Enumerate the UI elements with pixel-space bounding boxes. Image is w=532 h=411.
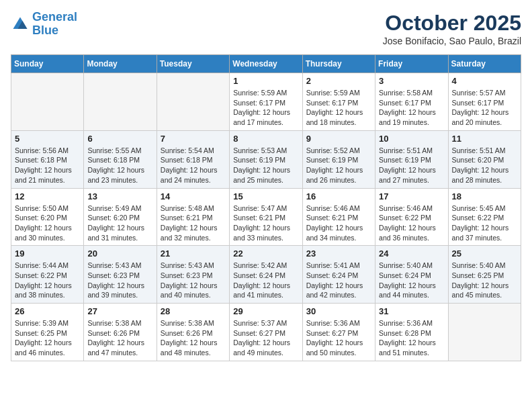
calendar-week-row: 26Sunrise: 5:39 AM Sunset: 6:25 PM Dayli…: [11, 304, 521, 361]
weekday-header: Tuesday: [157, 55, 229, 73]
day-info: Sunrise: 5:36 AM Sunset: 6:28 PM Dayligh…: [379, 318, 444, 358]
day-number: 3: [379, 76, 444, 86]
day-info: Sunrise: 5:55 AM Sunset: 6:18 PM Dayligh…: [87, 146, 152, 185]
calendar-cell: 25Sunrise: 5:40 AM Sunset: 6:25 PM Dayli…: [448, 246, 521, 304]
day-info: Sunrise: 5:38 AM Sunset: 6:26 PM Dayligh…: [87, 318, 152, 358]
day-info: Sunrise: 5:51 AM Sunset: 6:19 PM Dayligh…: [379, 146, 444, 185]
day-number: 9: [306, 134, 371, 144]
day-info: Sunrise: 5:59 AM Sunset: 6:17 PM Dayligh…: [306, 88, 371, 128]
day-info: Sunrise: 5:37 AM Sunset: 6:27 PM Dayligh…: [233, 318, 298, 358]
calendar-week-row: 5Sunrise: 5:56 AM Sunset: 6:18 PM Daylig…: [11, 130, 521, 188]
day-number: 22: [233, 248, 298, 259]
calendar-cell: 18Sunrise: 5:45 AM Sunset: 6:22 PM Dayli…: [448, 188, 521, 246]
calendar-cell: 27Sunrise: 5:38 AM Sunset: 6:26 PM Dayli…: [84, 304, 157, 361]
day-info: Sunrise: 5:42 AM Sunset: 6:24 PM Dayligh…: [233, 261, 298, 300]
weekday-header: Monday: [84, 55, 157, 73]
day-info: Sunrise: 5:58 AM Sunset: 6:17 PM Dayligh…: [379, 88, 444, 128]
day-info: Sunrise: 5:54 AM Sunset: 6:18 PM Dayligh…: [161, 146, 226, 185]
day-number: 25: [452, 248, 517, 259]
day-number: 20: [87, 248, 152, 259]
calendar-cell: 2Sunrise: 5:59 AM Sunset: 6:17 PM Daylig…: [302, 73, 375, 131]
day-info: Sunrise: 5:46 AM Sunset: 6:21 PM Dayligh…: [306, 203, 371, 243]
weekday-header: Friday: [375, 55, 448, 73]
day-number: 18: [452, 191, 517, 201]
day-number: 23: [306, 248, 371, 259]
weekday-header: Saturday: [448, 55, 521, 73]
calendar-cell: 22Sunrise: 5:42 AM Sunset: 6:24 PM Dayli…: [230, 246, 302, 304]
day-info: Sunrise: 5:57 AM Sunset: 6:17 PM Dayligh…: [452, 88, 517, 128]
location-subtitle: Jose Bonifacio, Sao Paulo, Brazil: [383, 36, 521, 46]
day-info: Sunrise: 5:47 AM Sunset: 6:21 PM Dayligh…: [233, 203, 298, 243]
calendar-cell: 24Sunrise: 5:40 AM Sunset: 6:24 PM Dayli…: [375, 246, 448, 304]
calendar-cell: 10Sunrise: 5:51 AM Sunset: 6:19 PM Dayli…: [375, 130, 448, 188]
calendar-cell: 29Sunrise: 5:37 AM Sunset: 6:27 PM Dayli…: [230, 304, 302, 361]
day-info: Sunrise: 5:46 AM Sunset: 6:22 PM Dayligh…: [379, 203, 444, 243]
weekday-header: Wednesday: [230, 55, 302, 73]
calendar-cell: 19Sunrise: 5:44 AM Sunset: 6:22 PM Dayli…: [11, 246, 84, 304]
logo: General Blue: [11, 11, 77, 38]
day-number: 4: [452, 76, 517, 86]
calendar-table: SundayMondayTuesdayWednesdayThursdayFrid…: [11, 54, 521, 361]
page-header: General Blue October 2025 Jose Bonifacio…: [11, 11, 521, 46]
weekday-header: Thursday: [302, 55, 375, 73]
calendar-cell: 21Sunrise: 5:43 AM Sunset: 6:23 PM Dayli…: [157, 246, 229, 304]
day-info: Sunrise: 5:38 AM Sunset: 6:26 PM Dayligh…: [161, 318, 226, 358]
calendar-cell: 16Sunrise: 5:46 AM Sunset: 6:21 PM Dayli…: [302, 188, 375, 246]
calendar-cell: 1Sunrise: 5:59 AM Sunset: 6:17 PM Daylig…: [230, 73, 302, 131]
day-info: Sunrise: 5:53 AM Sunset: 6:19 PM Dayligh…: [233, 146, 298, 185]
day-info: Sunrise: 5:43 AM Sunset: 6:23 PM Dayligh…: [87, 261, 152, 300]
day-info: Sunrise: 5:49 AM Sunset: 6:20 PM Dayligh…: [87, 203, 152, 243]
day-info: Sunrise: 5:50 AM Sunset: 6:20 PM Dayligh…: [15, 203, 80, 243]
day-info: Sunrise: 5:43 AM Sunset: 6:23 PM Dayligh…: [161, 261, 226, 300]
calendar-cell: 11Sunrise: 5:51 AM Sunset: 6:20 PM Dayli…: [448, 130, 521, 188]
calendar-cell: 8Sunrise: 5:53 AM Sunset: 6:19 PM Daylig…: [230, 130, 302, 188]
day-number: 21: [161, 248, 226, 259]
calendar-cell: [448, 304, 521, 361]
logo-general: General: [32, 10, 77, 24]
day-number: 8: [233, 134, 298, 144]
calendar-cell: 20Sunrise: 5:43 AM Sunset: 6:23 PM Dayli…: [84, 246, 157, 304]
day-number: 28: [161, 306, 226, 316]
calendar-week-row: 19Sunrise: 5:44 AM Sunset: 6:22 PM Dayli…: [11, 246, 521, 304]
day-info: Sunrise: 5:40 AM Sunset: 6:24 PM Dayligh…: [379, 261, 444, 300]
calendar-cell: 9Sunrise: 5:52 AM Sunset: 6:19 PM Daylig…: [302, 130, 375, 188]
day-number: 2: [306, 76, 371, 86]
calendar-cell: 17Sunrise: 5:46 AM Sunset: 6:22 PM Dayli…: [375, 188, 448, 246]
calendar-cell: 15Sunrise: 5:47 AM Sunset: 6:21 PM Dayli…: [230, 188, 302, 246]
calendar-cell: [157, 73, 229, 131]
day-number: 15: [233, 191, 298, 201]
day-number: 11: [452, 134, 517, 144]
calendar-cell: 31Sunrise: 5:36 AM Sunset: 6:28 PM Dayli…: [375, 304, 448, 361]
logo-icon: [11, 15, 30, 34]
day-number: 13: [87, 191, 152, 201]
calendar-cell: 12Sunrise: 5:50 AM Sunset: 6:20 PM Dayli…: [11, 188, 84, 246]
calendar-cell: 30Sunrise: 5:36 AM Sunset: 6:27 PM Dayli…: [302, 304, 375, 361]
day-info: Sunrise: 5:45 AM Sunset: 6:22 PM Dayligh…: [452, 203, 517, 243]
day-info: Sunrise: 5:44 AM Sunset: 6:22 PM Dayligh…: [15, 261, 80, 300]
logo-blue: Blue: [32, 24, 58, 37]
month-title: October 2025: [383, 11, 521, 36]
calendar-cell: 5Sunrise: 5:56 AM Sunset: 6:18 PM Daylig…: [11, 130, 84, 188]
day-info: Sunrise: 5:40 AM Sunset: 6:25 PM Dayligh…: [452, 261, 517, 300]
weekday-header-row: SundayMondayTuesdayWednesdayThursdayFrid…: [11, 55, 521, 73]
calendar-cell: 28Sunrise: 5:38 AM Sunset: 6:26 PM Dayli…: [157, 304, 229, 361]
day-number: 1: [233, 76, 298, 86]
day-number: 7: [161, 134, 226, 144]
day-info: Sunrise: 5:52 AM Sunset: 6:19 PM Dayligh…: [306, 146, 371, 185]
day-info: Sunrise: 5:36 AM Sunset: 6:27 PM Dayligh…: [306, 318, 371, 358]
day-info: Sunrise: 5:41 AM Sunset: 6:24 PM Dayligh…: [306, 261, 371, 300]
day-number: 31: [379, 306, 444, 316]
day-number: 10: [379, 134, 444, 144]
day-number: 29: [233, 306, 298, 316]
day-info: Sunrise: 5:59 AM Sunset: 6:17 PM Dayligh…: [233, 88, 298, 128]
day-info: Sunrise: 5:51 AM Sunset: 6:20 PM Dayligh…: [452, 146, 517, 185]
calendar-cell: [84, 73, 157, 131]
day-number: 12: [15, 191, 80, 201]
day-number: 26: [15, 306, 80, 316]
day-number: 30: [306, 306, 371, 316]
day-number: 6: [87, 134, 152, 144]
calendar-cell: [11, 73, 84, 131]
calendar-cell: 23Sunrise: 5:41 AM Sunset: 6:24 PM Dayli…: [302, 246, 375, 304]
day-info: Sunrise: 5:56 AM Sunset: 6:18 PM Dayligh…: [15, 146, 80, 185]
calendar-cell: 26Sunrise: 5:39 AM Sunset: 6:25 PM Dayli…: [11, 304, 84, 361]
